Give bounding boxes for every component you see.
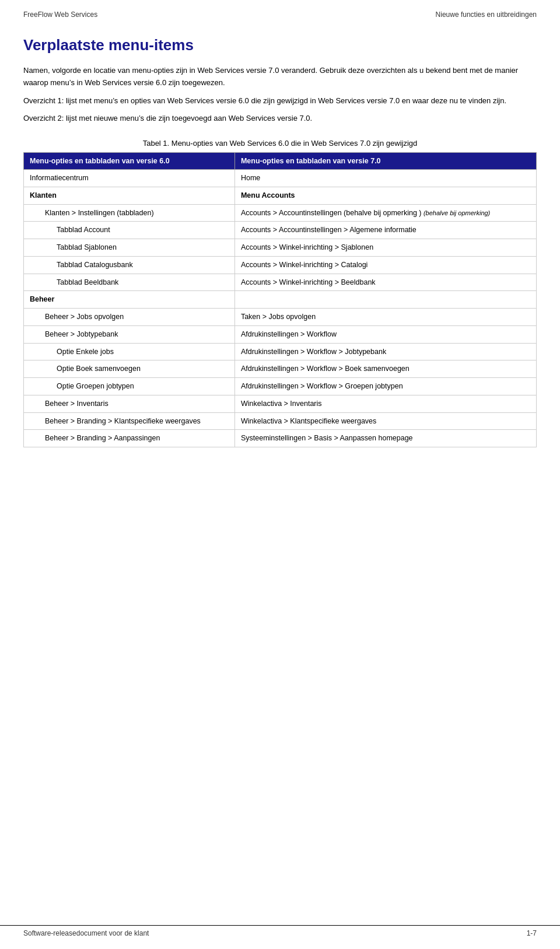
table-row: KlantenMenu Accounts: [24, 187, 537, 204]
table-caption: Tabel 1. Menu-opties van Web Services 6.…: [23, 139, 537, 148]
col2-cell: Menu Accounts: [235, 187, 536, 204]
intro-paragraph-2: Overzicht 1: lijst met menu’s en opties …: [23, 95, 537, 107]
col1-cell: Beheer: [24, 291, 235, 309]
col1-cell: Klanten > Instellingen (tabbladen): [24, 204, 235, 222]
col1-cell: Tabblad Account: [24, 222, 235, 239]
col2-cell: Accounts > Winkel-inrichting > Catalogi: [235, 256, 536, 274]
col1-cell: Optie Groepen jobtypen: [24, 378, 235, 395]
col1-cell: Informatiecentrum: [24, 170, 235, 187]
page-title: Verplaatste menu-items: [23, 36, 537, 54]
col1-cell: Optie Enkele jobs: [24, 343, 235, 360]
table-row: Optie Boek samenvoegenAfdrukinstellingen…: [24, 360, 537, 378]
page-footer: Software-releasedocument voor de klant 1…: [0, 925, 560, 937]
col2-cell: Afdrukinstellingen > Workflow > Groepen …: [235, 378, 536, 395]
col1-cell: Beheer > Branding > Aanpassingen: [24, 430, 235, 447]
col1-cell: Beheer > Jobs opvolgen: [24, 309, 235, 326]
col2-cell: Taken > Jobs opvolgen: [235, 309, 536, 326]
col1-cell: Klanten: [24, 187, 235, 204]
table-row: Beheer > JobtypebankAfdrukinstellingen >…: [24, 325, 537, 343]
intro-paragraph-1: Namen, volgorde en locatie van menu-opti…: [23, 65, 537, 89]
col1-header: Menu-opties en tabbladen van versie 6.0: [24, 153, 235, 170]
col2-cell: Accounts > Accountinstellingen (behalve …: [235, 204, 536, 222]
col1-cell: Tabblad Catalogusbank: [24, 256, 235, 274]
col2-cell: Afdrukinstellingen > Workflow > Jobtypeb…: [235, 343, 536, 360]
col2-cell: Home: [235, 170, 536, 187]
table-row: Beheer > Branding > Klantspecifieke weer…: [24, 412, 537, 430]
col1-cell: Optie Boek samenvoegen: [24, 360, 235, 378]
table-row: InformatiecentrumHome: [24, 170, 537, 187]
header-left: FreeFlow Web Services: [23, 10, 97, 19]
intro-paragraph-3: Overzicht 2: lijst met nieuwe menu’s die…: [23, 113, 537, 125]
col2-header: Menu-opties en tabbladen van versie 7.0: [235, 153, 536, 170]
header-right: Nieuwe functies en uitbreidingen: [436, 10, 537, 19]
table-row: Tabblad BeeldbankAccounts > Winkel-inric…: [24, 274, 537, 291]
col1-cell: Beheer > Branding > Klantspecifieke weer…: [24, 412, 235, 430]
col2-cell: Systeeminstellingen > Basis > Aanpassen …: [235, 430, 536, 447]
table-row: Tabblad AccountAccounts > Accountinstell…: [24, 222, 537, 239]
col2-cell: Afdrukinstellingen > Workflow > Boek sam…: [235, 360, 536, 378]
table-row: Optie Enkele jobsAfdrukinstellingen > Wo…: [24, 343, 537, 360]
col2-cell: [235, 291, 536, 309]
footer-right: 1-7: [527, 929, 537, 937]
table-row: Tabblad SjablonenAccounts > Winkel-inric…: [24, 239, 537, 257]
footer-left: Software-releasedocument voor de klant: [23, 929, 149, 937]
col2-cell: Accounts > Winkel-inrichting > Beeldbank: [235, 274, 536, 291]
col1-cell: Tabblad Sjablonen: [24, 239, 235, 257]
table-row: Optie Groepen jobtypenAfdrukinstellingen…: [24, 378, 537, 395]
table-row: Beheer > InventarisWinkelactiva > Invent…: [24, 395, 537, 412]
col2-cell: Accounts > Winkel-inrichting > Sjablonen: [235, 239, 536, 257]
col2-cell: Winkelactiva > Inventaris: [235, 395, 536, 412]
table-row: Beheer: [24, 291, 537, 309]
table-row: Beheer > Jobs opvolgenTaken > Jobs opvol…: [24, 309, 537, 326]
col1-cell: Beheer > Inventaris: [24, 395, 235, 412]
col2-cell: Winkelactiva > Klantspecifieke weergaves: [235, 412, 536, 430]
col2-cell: Accounts > Accountinstellingen > Algemen…: [235, 222, 536, 239]
menu-table: Menu-opties en tabbladen van versie 6.0 …: [23, 152, 537, 447]
page-header: FreeFlow Web Services Nieuwe functies en…: [0, 0, 560, 24]
col2-cell: Afdrukinstellingen > Workflow: [235, 325, 536, 343]
col1-cell: Beheer > Jobtypebank: [24, 325, 235, 343]
table-row: Tabblad CatalogusbankAccounts > Winkel-i…: [24, 256, 537, 274]
col1-cell: Tabblad Beeldbank: [24, 274, 235, 291]
page-content: Verplaatste menu-items Namen, volgorde e…: [0, 24, 560, 482]
table-row: Klanten > Instellingen (tabbladen)Accoun…: [24, 204, 537, 222]
table-row: Beheer > Branding > AanpassingenSysteemi…: [24, 430, 537, 447]
